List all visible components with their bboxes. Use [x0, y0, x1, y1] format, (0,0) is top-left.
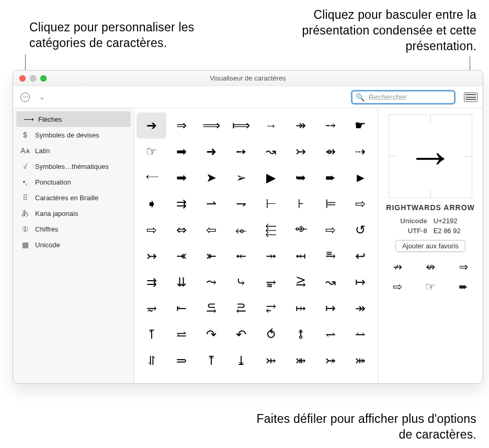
character-cell[interactable]: ⥎ — [346, 321, 376, 348]
sidebar-item-1[interactable]: $Symboles de devises — [13, 127, 134, 143]
character-cell[interactable]: ↩ — [346, 243, 376, 269]
category-menu-button[interactable]: ⌄ — [35, 91, 49, 104]
character-cell[interactable]: ⬰ — [226, 217, 256, 243]
character-cell[interactable]: ⥱ — [316, 243, 346, 269]
character-cell[interactable]: ⥯ — [137, 348, 166, 374]
character-cell[interactable]: ⇊ — [166, 269, 196, 295]
character-cell[interactable]: ⬲ — [286, 217, 316, 243]
variant-glyph[interactable]: ↮ — [419, 260, 441, 274]
character-cell[interactable]: ☛ — [346, 112, 376, 139]
character-cell[interactable]: ↺ — [346, 217, 376, 243]
close-button[interactable] — [19, 75, 26, 82]
character-cell[interactable]: ⇴ — [316, 139, 346, 165]
character-cell[interactable]: ⇨ — [316, 217, 346, 243]
character-cell[interactable]: ⥂ — [256, 295, 286, 321]
toggle-view-button[interactable] — [464, 91, 477, 104]
character-cell[interactable]: ⤷ — [226, 269, 256, 295]
character-cell[interactable]: ➧ — [137, 191, 166, 217]
character-cell[interactable]: ⤠ — [286, 295, 316, 321]
sidebar-item-4[interactable]: •,Ponctuation — [13, 174, 134, 190]
character-cell[interactable]: ➨ — [316, 165, 346, 191]
zoom-button[interactable] — [40, 75, 47, 82]
character-cell[interactable]: ↠ — [286, 112, 316, 139]
character-cell[interactable]: ⇀ — [196, 191, 226, 217]
variant-glyph[interactable]: ➨ — [453, 280, 474, 294]
character-cell[interactable]: ↣ — [137, 243, 166, 269]
character-cell[interactable]: ☞ — [137, 139, 166, 165]
character-cell[interactable]: ⤓ — [226, 348, 256, 374]
character-cell[interactable]: ⊨ — [316, 191, 346, 217]
sidebar-item-3[interactable]: √Symboles…thématiques — [13, 158, 134, 174]
character-cell[interactable]: ⤍ — [316, 112, 346, 139]
character-cell[interactable]: ➜ — [196, 139, 226, 165]
character-cell[interactable]: ↷ — [196, 321, 226, 348]
character-cell[interactable]: ➤ — [196, 165, 226, 191]
character-cell[interactable]: ➡ — [166, 139, 196, 165]
character-cell[interactable]: ⤜ — [196, 243, 226, 269]
character-cell[interactable]: ► — [346, 165, 376, 191]
add-to-favorites-button[interactable]: Ajouter aux favoris — [395, 240, 465, 252]
character-cell[interactable]: ➢ — [226, 165, 256, 191]
character-cell[interactable]: ⊦ — [286, 191, 316, 217]
character-cell[interactable]: ⥋ — [316, 321, 346, 348]
character-cell[interactable]: ⥵ — [256, 269, 286, 295]
character-cell[interactable]: ▶ — [256, 165, 286, 191]
character-cell[interactable]: ⥸ — [286, 269, 316, 295]
character-cell[interactable]: ➥ — [286, 165, 316, 191]
character-cell[interactable]: ⇢ — [346, 139, 376, 165]
search-field-wrap[interactable]: 🔍 — [351, 90, 456, 105]
character-cell[interactable]: ↣ — [286, 139, 316, 165]
sidebar-item-5[interactable]: ⠿Caractères en Braille — [13, 190, 134, 205]
character-cell[interactable]: ⤛ — [166, 243, 196, 269]
character-cell[interactable]: ⤔ — [256, 348, 286, 374]
character-cell[interactable]: ↦ — [346, 269, 376, 295]
variant-glyph[interactable]: ⇒ — [453, 260, 474, 274]
variant-glyph[interactable]: ☞ — [419, 280, 441, 294]
character-cell[interactable]: ↠ — [346, 295, 376, 321]
character-cell[interactable]: ⤝ — [226, 243, 256, 269]
sidebar-item-8[interactable]: ▦Unicode — [13, 237, 134, 252]
character-grid[interactable]: ➔⇒⟹⟾→↠⤍☛☞➡➜➙↝↣⇴⇢⬸➡➤➢▶➥➨►➧⇉⇀⇁⊢⊦⊨⇨⇨⇔⇦⬰⬱⬲⇨↺… — [134, 108, 378, 383]
customize-categories-button[interactable]: ⋯ — [18, 91, 32, 104]
character-cell[interactable]: ↦ — [316, 295, 346, 321]
character-cell[interactable]: ⇉ — [166, 191, 196, 217]
character-cell[interactable]: ⇔ — [166, 217, 196, 243]
character-cell[interactable]: ⇉ — [137, 269, 166, 295]
character-cell[interactable]: ⥨ — [166, 321, 196, 348]
character-cell[interactable]: ⟾ — [226, 112, 256, 139]
sidebar-item-2[interactable]: AᴀLatin — [13, 143, 134, 158]
character-cell[interactable]: ⤳ — [196, 269, 226, 295]
character-cell[interactable]: ⥻ — [226, 295, 256, 321]
character-cell[interactable]: ⤒ — [196, 348, 226, 374]
search-input[interactable] — [368, 93, 461, 102]
character-cell[interactable]: ⥰ — [166, 348, 196, 374]
sidebar-item-7[interactable]: ①Chiffres — [13, 221, 134, 237]
character-cell[interactable]: ↝ — [316, 269, 346, 295]
character-cell[interactable]: ↶ — [226, 321, 256, 348]
character-cell[interactable]: ⇨ — [137, 217, 166, 243]
character-cell[interactable]: ⇁ — [226, 191, 256, 217]
character-cell[interactable]: → — [256, 112, 286, 139]
sidebar-item-0[interactable]: ⟶Flèches — [16, 111, 131, 127]
character-cell[interactable]: ⤕ — [286, 348, 316, 374]
character-cell[interactable]: ⥒ — [166, 295, 196, 321]
character-cell[interactable]: ⤗ — [346, 348, 376, 374]
character-cell[interactable]: ⥉ — [286, 321, 316, 348]
character-cell[interactable]: ⇨ — [346, 191, 376, 217]
character-cell[interactable]: ⬱ — [256, 217, 286, 243]
variant-glyph[interactable]: ↛ — [386, 260, 408, 274]
character-cell[interactable]: ⤟ — [286, 243, 316, 269]
character-cell[interactable]: ⥀ — [256, 321, 286, 348]
character-cell[interactable]: ⥹ — [196, 295, 226, 321]
minimize-button[interactable] — [30, 75, 36, 82]
character-cell[interactable]: ⬸ — [137, 165, 166, 191]
character-cell[interactable]: ⤖ — [316, 348, 346, 374]
character-cell[interactable]: ⤞ — [256, 243, 286, 269]
character-cell[interactable]: ⥘ — [137, 321, 166, 348]
character-cell[interactable]: ➙ — [226, 139, 256, 165]
character-cell[interactable]: ⊢ — [256, 191, 286, 217]
character-cell[interactable]: ⥴ — [137, 295, 166, 321]
character-cell[interactable]: ➡ — [166, 165, 196, 191]
character-cell[interactable]: ⇦ — [196, 217, 226, 243]
character-cell[interactable]: ⇒ — [166, 112, 196, 139]
